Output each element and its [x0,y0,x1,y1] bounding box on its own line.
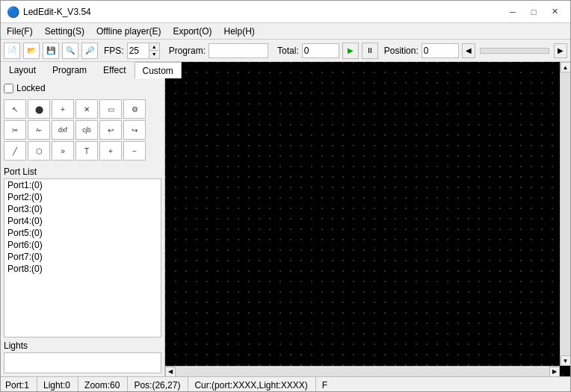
lights-section: Lights [4,340,161,373]
locked-row: Locked [4,81,161,95]
lights-input[interactable] [4,352,161,373]
panel-content: Locked ↖ ⬤ + ✕ ▭ ⚙ ✂ ✁ dxf cjb ↩ ↪ ╱ ⬡ »… [1,78,164,376]
port-list-box: Port1:(0) Port2:(0) Port3:(0) Port4:(0) … [4,178,161,337]
status-bar: Port:1 Light:0 Zoom:60 Pos:(26,27) Cur:(… [1,376,570,392]
status-port: Port:1 [5,377,37,392]
maximize-button[interactable]: □ [524,4,543,19]
port-item-4[interactable]: Port4:(0) [4,215,161,227]
tab-bar: Layout Program Effect Custom ◀ ▶ [1,62,164,78]
program-input[interactable] [209,43,268,58]
prev-button[interactable]: ◀ [462,43,475,58]
toolbar: 📄 📂 💾 🔍 🔎 FPS: ▲ ▼ Program: Total: ▶ ⏸ P… [1,40,570,62]
zoom-in-button[interactable]: 🔎 [81,43,98,59]
tool-select[interactable]: ↖ [4,99,26,119]
port-item-2[interactable]: Port2:(0) [4,191,161,203]
tab-effect[interactable]: Effect [95,62,134,78]
port-item-6[interactable]: Port6:(0) [4,239,161,251]
tool-cross[interactable]: ✕ [75,99,98,119]
tool-scissors[interactable]: ✂ [4,120,26,140]
tool-add[interactable]: + [52,99,74,119]
port-list-label: Port List [4,164,161,178]
next-button[interactable]: ▶ [554,43,567,58]
tool-polygon[interactable]: ⬡ [28,141,50,161]
tool-undo[interactable]: ↩ [99,120,122,140]
menu-export[interactable]: Export(O) [167,23,218,39]
app-title: LedEdit-K_V3.54 [23,7,503,17]
position-input[interactable] [422,43,459,58]
tool-rect-select[interactable]: ▭ [99,99,122,119]
status-light: Light:0 [43,377,78,392]
menu-file[interactable]: File(F) [1,23,39,39]
locked-label: Locked [16,83,46,93]
tool-gear[interactable]: ⚙ [123,99,146,119]
open-button[interactable]: 📂 [23,43,40,59]
scroll-left-button[interactable]: ◀ [165,367,176,377]
fps-up-button[interactable]: ▲ [149,43,159,51]
port-item-3[interactable]: Port3:(0) [4,203,161,215]
status-flag: F [322,377,335,392]
scroll-track-horizontal[interactable] [176,367,549,376]
tools-grid: ↖ ⬤ + ✕ ▭ ⚙ ✂ ✁ dxf cjb ↩ ↪ ╱ ⬡ » T + − [4,99,161,161]
tool-plus2[interactable]: + [99,141,122,161]
new-button[interactable]: 📄 [4,43,20,59]
zoom-out-button[interactable]: 🔍 [62,43,78,59]
pause-button[interactable]: ⏸ [362,43,378,59]
lights-label: Lights [4,340,161,351]
fps-down-button[interactable]: ▼ [149,50,159,57]
tool-minus[interactable]: − [123,141,146,161]
save-button[interactable]: 💾 [43,43,59,59]
fps-spinner: ▲ ▼ [149,43,159,58]
close-button[interactable]: ✕ [545,4,564,19]
vertical-scrollbar: ▲ ▼ [560,62,570,366]
scroll-right-button[interactable]: ▶ [549,367,560,377]
play-button[interactable]: ▶ [342,43,359,59]
tab-layout[interactable]: Layout [1,62,44,78]
total-input[interactable] [302,43,339,58]
menu-setting[interactable]: Setting(S) [39,23,90,39]
fps-input[interactable] [128,43,149,58]
minimize-button[interactable]: ─ [503,4,522,19]
scroll-down-button[interactable]: ▼ [561,355,571,366]
locked-checkbox[interactable] [4,84,13,93]
port-item-1[interactable]: Port1:(0) [4,179,161,191]
menu-help[interactable]: Help(H) [218,23,261,39]
port-item-5[interactable]: Port5:(0) [4,227,161,239]
horizontal-scrollbar: ◀ ▶ [165,366,560,376]
tool-draw-dot[interactable]: ⬤ [28,99,50,119]
tool-dxf[interactable]: dxf [52,120,74,140]
tab-program[interactable]: Program [44,62,95,78]
app-icon: 🔵 [7,6,19,18]
tool-cjb[interactable]: cjb [75,120,98,140]
window-controls: ─ □ ✕ [503,4,564,19]
timeline-slider[interactable] [480,48,549,54]
tab-custom[interactable]: Custom [135,62,182,78]
port-item-8[interactable]: Port8:(0) [4,263,161,275]
total-label: Total: [277,46,299,56]
status-pos: Pos:(26,27) [134,377,188,392]
status-cur: Cur:(port:XXXX,Light:XXXX) [194,377,315,392]
title-bar: 🔵 LedEdit-K_V3.54 ─ □ ✕ [1,1,570,23]
menu-offline[interactable]: Offline player(E) [90,23,167,39]
left-panel: Layout Program Effect Custom ◀ ▶ Locked … [1,62,165,376]
position-label: Position: [384,46,419,56]
tool-redo[interactable]: ↪ [123,120,146,140]
port-item-7[interactable]: Port7:(0) [4,251,161,263]
scroll-up-button[interactable]: ▲ [561,62,571,72]
tool-cut[interactable]: ✁ [28,120,50,140]
tool-line[interactable]: ╱ [4,141,26,161]
tool-double-arrow[interactable]: » [52,141,74,161]
fps-label: FPS: [104,46,124,56]
main-content: Layout Program Effect Custom ◀ ▶ Locked … [1,62,570,376]
canvas-area[interactable]: ▲ ▼ ◀ ▶ [165,62,570,376]
status-zoom: Zoom:60 [84,377,128,392]
scroll-track-vertical[interactable] [561,72,570,355]
menu-bar: File(F) Setting(S) Offline player(E) Exp… [1,23,570,40]
dot-grid [165,62,570,376]
program-label: Program: [169,46,206,56]
tool-text[interactable]: T [75,141,98,161]
